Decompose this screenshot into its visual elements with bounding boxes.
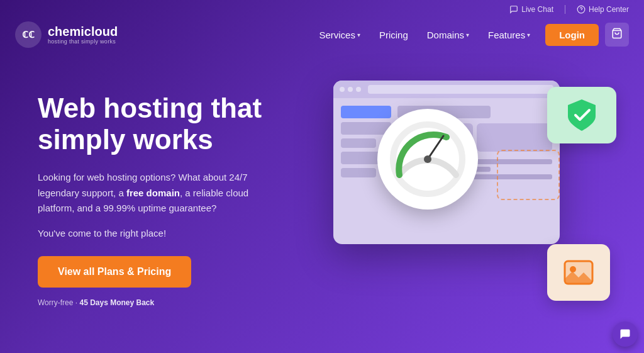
chat-icon <box>509 5 518 14</box>
svg-point-7 <box>424 155 431 163</box>
features-chevron-icon: ▾ <box>527 31 530 38</box>
brand-name: chemicloud <box>48 25 118 38</box>
utility-bar: Live Chat Help Center <box>0 0 644 16</box>
sidebar-item-4 <box>341 168 376 177</box>
services-chevron-icon: ▾ <box>357 31 360 38</box>
nav-services[interactable]: Services ▾ <box>311 25 368 45</box>
chat-bubble-icon <box>619 328 631 340</box>
logo-icon: 𝕔𝕔 <box>15 21 42 48</box>
money-back-text: Worry-free · 45 Days Money Back <box>38 298 154 307</box>
login-button[interactable]: Login <box>545 24 599 46</box>
money-back-prefix: Worry-free · <box>38 298 79 307</box>
cta-button[interactable]: View all Plans & Pricing <box>38 256 191 288</box>
browser-dot-2 <box>348 87 353 92</box>
browser-bar <box>333 81 560 98</box>
subtitle-bold: free domain <box>126 188 180 198</box>
brand-tagline: hosting that simply works <box>48 38 118 45</box>
svg-text:𝕔𝕔: 𝕔𝕔 <box>22 28 35 40</box>
svg-line-6 <box>428 136 443 159</box>
nav-pricing[interactable]: Pricing <box>372 25 416 45</box>
help-icon <box>577 5 586 14</box>
browser-address-bar <box>368 85 553 94</box>
speedometer-svg <box>387 118 469 200</box>
sidebar-item-2 <box>341 138 376 148</box>
browser-dot-3 <box>356 87 361 92</box>
hero-tagline: You've come to the right place! <box>38 228 314 238</box>
speedometer-bg <box>377 109 478 210</box>
live-chat-label: Live Chat <box>521 5 553 14</box>
chat-bubble-button[interactable] <box>613 322 638 347</box>
money-back-bold: 45 Days Money Back <box>79 298 154 307</box>
dashed-connector <box>497 150 560 200</box>
divider <box>565 5 565 14</box>
nav-features[interactable]: Features ▾ <box>480 25 538 45</box>
nav-links: Services ▾ Pricing Domains ▾ Features ▾ … <box>311 23 629 47</box>
image-icon <box>561 255 596 290</box>
hero-subtitle: Looking for web hosting options? What ab… <box>38 170 277 216</box>
domains-chevron-icon: ▾ <box>466 31 469 38</box>
hero-title: Web hosting that simply works <box>38 92 314 156</box>
navbar: 𝕔𝕔 chemicloud hosting that simply works … <box>0 16 644 55</box>
svg-point-10 <box>570 266 576 272</box>
browser-dot-1 <box>340 87 345 92</box>
speedometer <box>377 109 491 222</box>
shield-icon <box>563 96 601 134</box>
help-center-label: Help Center <box>589 5 629 14</box>
image-badge <box>547 244 610 301</box>
shield-badge <box>547 87 616 143</box>
cart-button[interactable] <box>605 23 629 47</box>
hero-illustration <box>314 74 616 326</box>
cart-icon <box>611 28 623 39</box>
live-chat-link[interactable]: Live Chat <box>509 5 553 14</box>
nav-domains[interactable]: Domains ▾ <box>419 25 477 45</box>
hero-left: Web hosting that simply works Looking fo… <box>38 92 314 308</box>
logo[interactable]: 𝕔𝕔 chemicloud hosting that simply works <box>15 21 118 48</box>
logo-text: chemicloud hosting that simply works <box>48 25 118 45</box>
hero-section: Web hosting that simply works Looking fo… <box>0 55 644 339</box>
page-wrapper: Live Chat Help Center 𝕔𝕔 chemicloud host… <box>0 0 644 353</box>
help-center-link[interactable]: Help Center <box>577 5 629 14</box>
